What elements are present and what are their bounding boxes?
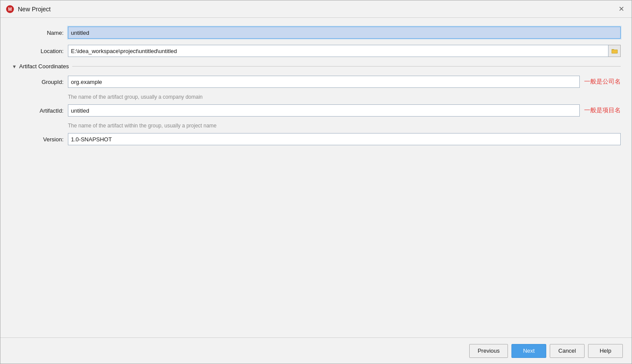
groupid-input[interactable] [68,76,580,88]
name-row: Name: [11,27,621,39]
artifactid-hint: The name of the artifact within the grou… [68,123,621,129]
groupid-hint: The name of the artifact group, usually … [68,94,621,100]
version-label: Version: [11,136,68,143]
artifactid-input-wrap: 一般是项目名 [68,104,621,117]
name-label: Name: [11,30,68,36]
version-input[interactable] [68,133,621,145]
location-input-wrap [68,45,621,57]
section-title: Artifact Coordinates [19,63,69,70]
section-toggle[interactable]: ▼ [11,63,17,70]
next-button[interactable]: Next [511,344,546,358]
svg-rect-3 [612,49,614,50]
dialog-title: New Project [18,6,616,13]
dialog-content: Name: Location: ▼ Artifac [0,18,632,337]
svg-rect-4 [612,50,617,53]
name-input[interactable] [68,27,621,39]
location-label: Location: [11,48,68,54]
version-input-wrap [68,133,621,145]
groupid-label: GroupId: [11,79,68,85]
groupid-annotation: 一般是公司名 [584,78,621,86]
title-bar: M New Project ✕ [0,0,632,18]
version-row: Version: [11,133,621,145]
previous-button[interactable]: Previous [469,344,508,358]
location-row: Location: [11,45,621,57]
new-project-dialog: M New Project ✕ Name: Location: [0,0,632,364]
name-input-wrap [68,27,621,39]
artifactid-row: ArtifactId: 一般是项目名 [11,104,621,117]
artifact-section-header: ▼ Artifact Coordinates [11,63,621,70]
folder-icon [612,48,618,53]
section-divider [72,66,621,67]
close-button[interactable]: ✕ [616,4,626,14]
artifactid-label: ArtifactId: [11,107,68,114]
artifactid-annotation: 一般是项目名 [584,107,621,114]
cancel-button[interactable]: Cancel [550,344,585,358]
browse-button[interactable] [608,45,621,57]
groupid-row: GroupId: 一般是公司名 [11,76,621,88]
dialog-footer: Previous Next Cancel Help [0,337,632,364]
help-button[interactable]: Help [588,344,623,358]
location-input[interactable] [68,45,608,57]
artifactid-input[interactable] [68,104,580,117]
svg-text:M: M [8,7,12,12]
app-icon: M [6,5,14,13]
groupid-input-wrap: 一般是公司名 [68,76,621,88]
